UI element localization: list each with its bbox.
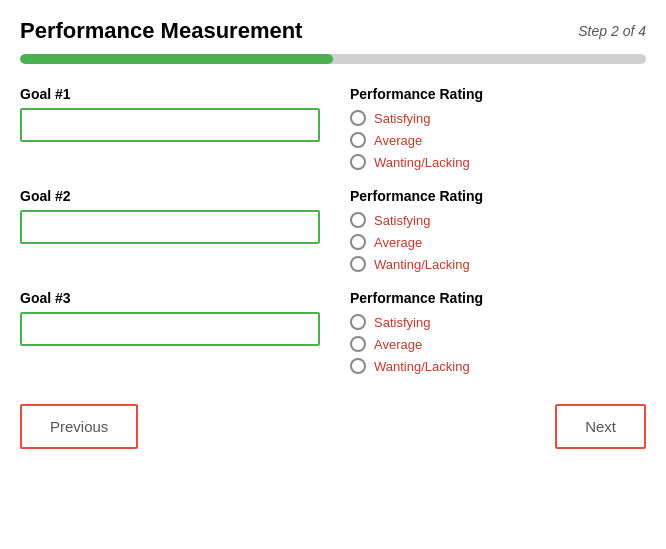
progress-bar-container <box>20 54 646 64</box>
page-title: Performance Measurement <box>20 18 302 44</box>
radio-label-2-2: Average <box>374 235 422 250</box>
radio-group-3: SatisfyingAverageWanting/Lacking <box>350 314 646 374</box>
radio-item-2-1[interactable]: Satisfying <box>350 212 646 228</box>
radio-input-3-2[interactable] <box>350 336 366 352</box>
radio-group-1: SatisfyingAverageWanting/Lacking <box>350 110 646 170</box>
goal-right-2: Performance RatingSatisfyingAverageWanti… <box>350 188 646 272</box>
next-button[interactable]: Next <box>555 404 646 449</box>
radio-input-1-3[interactable] <box>350 154 366 170</box>
radio-label-2-3: Wanting/Lacking <box>374 257 470 272</box>
goal-input-2[interactable] <box>20 210 320 244</box>
radio-label-1-1: Satisfying <box>374 111 430 126</box>
goal-input-1[interactable] <box>20 108 320 142</box>
radio-item-2-2[interactable]: Average <box>350 234 646 250</box>
radio-label-3-3: Wanting/Lacking <box>374 359 470 374</box>
radio-label-1-3: Wanting/Lacking <box>374 155 470 170</box>
goal-left-3: Goal #3 <box>20 290 320 346</box>
radio-item-1-2[interactable]: Average <box>350 132 646 148</box>
radio-input-2-2[interactable] <box>350 234 366 250</box>
goal-row-3: Goal #3Performance RatingSatisfyingAvera… <box>20 290 646 374</box>
goals-section: Goal #1Performance RatingSatisfyingAvera… <box>20 86 646 374</box>
radio-input-3-1[interactable] <box>350 314 366 330</box>
goal-label-3: Goal #3 <box>20 290 320 306</box>
goal-label-2: Goal #2 <box>20 188 320 204</box>
radio-input-2-3[interactable] <box>350 256 366 272</box>
radio-input-3-3[interactable] <box>350 358 366 374</box>
radio-item-3-1[interactable]: Satisfying <box>350 314 646 330</box>
goal-label-1: Goal #1 <box>20 86 320 102</box>
previous-button[interactable]: Previous <box>20 404 138 449</box>
radio-item-3-2[interactable]: Average <box>350 336 646 352</box>
rating-label-2: Performance Rating <box>350 188 646 204</box>
progress-bar-fill <box>20 54 333 64</box>
radio-item-1-1[interactable]: Satisfying <box>350 110 646 126</box>
goal-row-2: Goal #2Performance RatingSatisfyingAvera… <box>20 188 646 272</box>
radio-label-3-2: Average <box>374 337 422 352</box>
step-label: Step 2 of 4 <box>578 23 646 39</box>
radio-label-1-2: Average <box>374 133 422 148</box>
radio-input-1-1[interactable] <box>350 110 366 126</box>
goal-left-2: Goal #2 <box>20 188 320 244</box>
radio-item-1-3[interactable]: Wanting/Lacking <box>350 154 646 170</box>
goal-right-3: Performance RatingSatisfyingAverageWanti… <box>350 290 646 374</box>
radio-label-3-1: Satisfying <box>374 315 430 330</box>
header: Performance Measurement Step 2 of 4 <box>20 18 646 44</box>
radio-input-1-2[interactable] <box>350 132 366 148</box>
radio-group-2: SatisfyingAverageWanting/Lacking <box>350 212 646 272</box>
footer: Previous Next <box>20 404 646 449</box>
goal-input-3[interactable] <box>20 312 320 346</box>
rating-label-3: Performance Rating <box>350 290 646 306</box>
radio-item-2-3[interactable]: Wanting/Lacking <box>350 256 646 272</box>
rating-label-1: Performance Rating <box>350 86 646 102</box>
goal-right-1: Performance RatingSatisfyingAverageWanti… <box>350 86 646 170</box>
goal-left-1: Goal #1 <box>20 86 320 142</box>
radio-label-2-1: Satisfying <box>374 213 430 228</box>
radio-input-2-1[interactable] <box>350 212 366 228</box>
goal-row-1: Goal #1Performance RatingSatisfyingAvera… <box>20 86 646 170</box>
radio-item-3-3[interactable]: Wanting/Lacking <box>350 358 646 374</box>
